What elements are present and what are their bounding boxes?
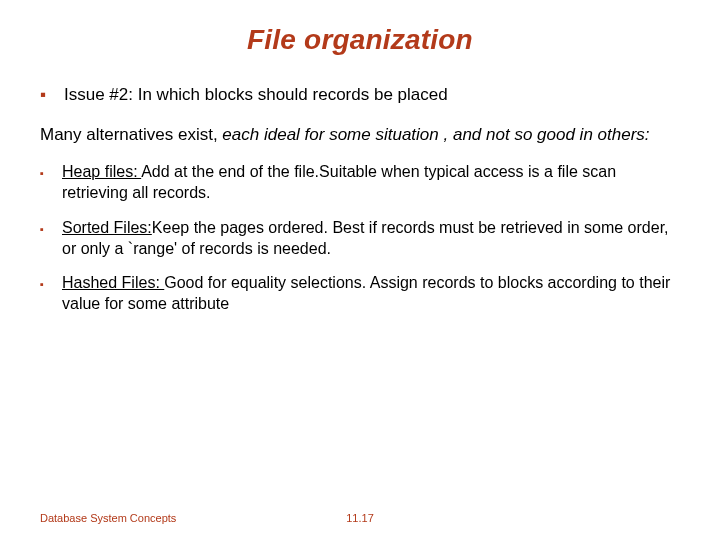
- square-bullet-icon: ▪: [40, 84, 64, 106]
- intro-plain: Many alternatives exist,: [40, 125, 222, 144]
- item-rest: Keep the pages ordered. Best if records …: [62, 219, 669, 257]
- list-item: ▪ Heap files: Add at the end of the file…: [40, 162, 680, 204]
- item-text: Heap files: Add at the end of the file.S…: [62, 162, 680, 204]
- intro-emph-2: , and not so good in others:: [444, 125, 650, 144]
- square-bullet-icon: ▪: [40, 218, 62, 260]
- square-bullet-icon: ▪: [40, 273, 62, 315]
- item-label: Hashed Files:: [62, 274, 164, 291]
- slide-title: File organization: [40, 24, 680, 56]
- item-label: Heap files:: [62, 163, 141, 180]
- item-rest: Add at the end of the file.Suitable when…: [62, 163, 616, 201]
- issue-row: ▪ Issue #2: In which blocks should recor…: [40, 84, 680, 106]
- footer-center: 11.17: [0, 512, 720, 524]
- square-bullet-icon: ▪: [40, 162, 62, 204]
- item-text: Sorted Files:Keep the pages ordered. Bes…: [62, 218, 680, 260]
- issue-text: Issue #2: In which blocks should records…: [64, 84, 680, 106]
- list-item: ▪ Sorted Files:Keep the pages ordered. B…: [40, 218, 680, 260]
- item-label: Sorted Files:: [62, 219, 152, 236]
- intro-emph-1: each ideal for some situation: [222, 125, 438, 144]
- slide: File organization ▪ Issue #2: In which b…: [0, 0, 720, 540]
- list-item: ▪ Hashed Files: Good for equality select…: [40, 273, 680, 315]
- item-text: Hashed Files: Good for equality selectio…: [62, 273, 680, 315]
- intro-paragraph: Many alternatives exist, each ideal for …: [40, 124, 680, 146]
